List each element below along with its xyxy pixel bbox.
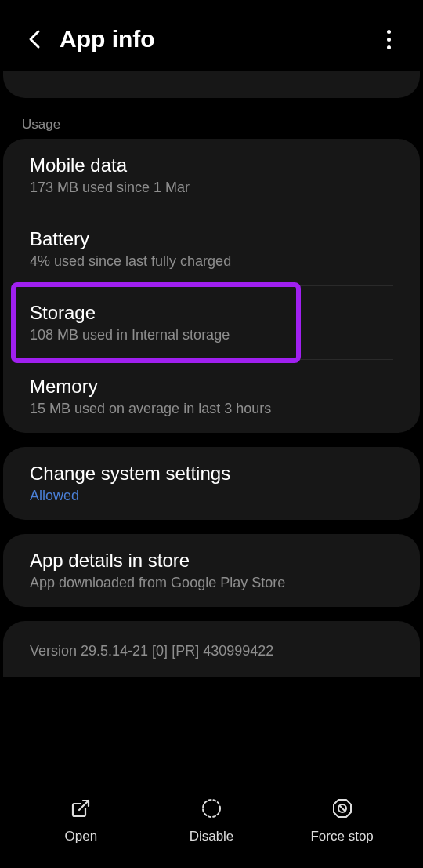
open-button[interactable]: Open <box>34 796 128 844</box>
svg-line-0 <box>79 801 89 810</box>
mobile-data-subtitle: 173 MB used since 1 Mar <box>30 180 393 196</box>
version-card: Version 29.5.14-21 [0] [PR] 430999422 <box>3 621 420 677</box>
disable-button[interactable]: Disable <box>164 796 258 844</box>
usage-section-header: Usage <box>0 106 423 139</box>
battery-subtitle: 4% used since last fully charged <box>30 253 393 270</box>
force-stop-button[interactable]: Force stop <box>295 796 389 844</box>
battery-title: Battery <box>30 228 393 250</box>
chevron-left-icon <box>27 28 42 50</box>
change-settings-title: Change system settings <box>30 463 393 485</box>
app-details-title: App details in store <box>30 550 393 572</box>
app-header: App info <box>0 0 423 71</box>
partial-card-top <box>3 71 420 98</box>
storage-subtitle: 108 MB used in Internal storage <box>30 327 393 343</box>
app-details-item[interactable]: App details in store App downloaded from… <box>3 534 420 607</box>
open-label: Open <box>65 829 98 844</box>
app-details-subtitle: App downloaded from Google Play Store <box>30 575 393 591</box>
change-settings-subtitle: Allowed <box>30 488 393 504</box>
memory-item[interactable]: Memory 15 MB used on average in last 3 h… <box>3 360 420 433</box>
svg-line-4 <box>339 805 345 811</box>
disable-icon <box>199 796 224 821</box>
mobile-data-item[interactable]: Mobile data 173 MB used since 1 Mar <box>3 139 420 212</box>
version-text: Version 29.5.14-21 [0] [PR] 430999422 <box>30 643 273 659</box>
storage-item[interactable]: Storage 108 MB used in Internal storage <box>3 286 420 359</box>
storage-title: Storage <box>30 302 393 324</box>
force-stop-icon <box>330 796 355 821</box>
change-system-settings-item[interactable]: Change system settings Allowed <box>3 447 420 520</box>
svg-point-1 <box>203 800 220 817</box>
change-settings-card: Change system settings Allowed <box>3 447 420 520</box>
app-details-card: App details in store App downloaded from… <box>3 534 420 607</box>
mobile-data-title: Mobile data <box>30 154 393 176</box>
disable-label: Disable <box>190 829 234 844</box>
battery-item[interactable]: Battery 4% used since last fully charged <box>3 212 420 285</box>
memory-subtitle: 15 MB used on average in last 3 hours <box>30 401 393 417</box>
open-icon <box>68 796 93 821</box>
usage-card: Mobile data 173 MB used since 1 Mar Batt… <box>3 139 420 433</box>
memory-title: Memory <box>30 376 393 398</box>
more-options-button[interactable] <box>373 24 404 55</box>
back-button[interactable] <box>19 24 50 55</box>
bottom-action-bar: Open Disable Force stop <box>0 778 423 868</box>
more-vertical-icon <box>387 30 391 49</box>
page-title: App info <box>60 26 373 53</box>
force-stop-label: Force stop <box>310 829 373 844</box>
